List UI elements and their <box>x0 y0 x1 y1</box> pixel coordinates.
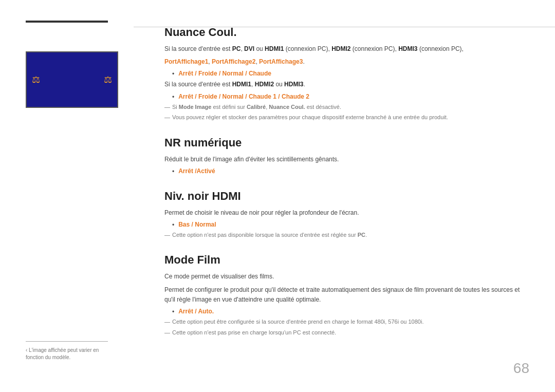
nr-para1: Réduit le bruit de l'image afin d'éviter… <box>164 155 524 164</box>
niv-noir-note1: Cette option n'est pas disponible lorsqu… <box>164 231 524 239</box>
section-mode-film: Mode Film Ce mode permet de visualiser d… <box>164 253 524 337</box>
mode-film-note1: Cette option peut être configurée si la … <box>164 318 524 326</box>
section-nuance-coul: Nuance Coul. Si la source d'entrée est P… <box>164 26 524 122</box>
sidebar-note: ‹ L'image affichée peut varier en foncti… <box>26 347 108 361</box>
bullet-text-film: Arrêt / Auto. <box>178 308 214 315</box>
nr-bullet1: • Arrêt /Activé <box>172 167 524 175</box>
niv-noir-bullet1: • Bas / Normal <box>172 221 524 229</box>
nuance-coul-para1: Si la source d'entrée est PC, DVI ou HDM… <box>164 44 524 54</box>
sidebar-divider <box>26 341 108 342</box>
bullet-text: Arrêt / Froide / Normal / Chaude <box>178 70 271 77</box>
nuance-coul-para2: PortAffichage1, PortAffichage2, PortAffi… <box>164 57 524 67</box>
bullet-dot-film: • <box>172 308 174 315</box>
niv-noir-para1: Permet de choisir le niveau de noir pour… <box>164 208 524 218</box>
top-horizontal-line <box>134 27 555 27</box>
nuance-coul-bullet2: • Arrêt / Froide / Normal / Chaude 1 / C… <box>172 93 524 101</box>
nuance-coul-para3: Si la source d'entrée est HDMI1, HDMI2 o… <box>164 80 524 89</box>
mode-film-bullet1: • Arrêt / Auto. <box>172 308 524 315</box>
screen-icon-left: ⚖ <box>32 74 40 85</box>
bullet-dot-2: • <box>172 94 174 101</box>
section-title-mode-film: Mode Film <box>164 253 524 267</box>
bullet-text-niv: Bas / Normal <box>178 221 216 228</box>
nuance-coul-note1: Si Mode Image est défini sur Calibré, Nu… <box>164 103 524 111</box>
sidebar-screen-image: ⚖ ⚖ <box>26 51 118 108</box>
nuance-coul-bullet1: • Arrêt / Froide / Normal / Chaude <box>172 70 524 78</box>
mode-film-note2: Cette option n'est pas prise en charge l… <box>164 328 524 337</box>
section-nr-numerique: NR numérique Réduit le bruit de l'image … <box>164 136 524 175</box>
mode-film-para1: Ce mode permet de visualiser des films. <box>164 272 524 282</box>
page-number: 68 <box>513 360 529 377</box>
section-title-niv-noir: Niv. noir HDMI <box>164 190 524 203</box>
section-title-nuance-coul: Nuance Coul. <box>164 26 524 39</box>
mode-film-para2: Permet de configurer le produit pour qu'… <box>164 285 524 305</box>
sidebar: ⚖ ⚖ ‹ L'image affichée peut varier en fo… <box>0 21 134 371</box>
nuance-coul-note2: Vous pouvez régler et stocker des paramè… <box>164 113 524 122</box>
section-title-nr-numerique: NR numérique <box>164 136 524 150</box>
bullet-text-nr: Arrêt /Activé <box>178 167 215 175</box>
bullet-dot: • <box>172 70 174 78</box>
main-content: Nuance Coul. Si la source d'entrée est P… <box>134 21 555 371</box>
section-niv-noir-hdmi: Niv. noir HDMI Permet de choisir le nive… <box>164 190 524 239</box>
screen-icon-right: ⚖ <box>104 74 112 85</box>
bullet-text-2: Arrêt / Froide / Normal / Chaude 1 / Cha… <box>178 93 309 100</box>
bullet-dot-niv: • <box>172 221 174 229</box>
bullet-dot-nr: • <box>172 168 174 175</box>
